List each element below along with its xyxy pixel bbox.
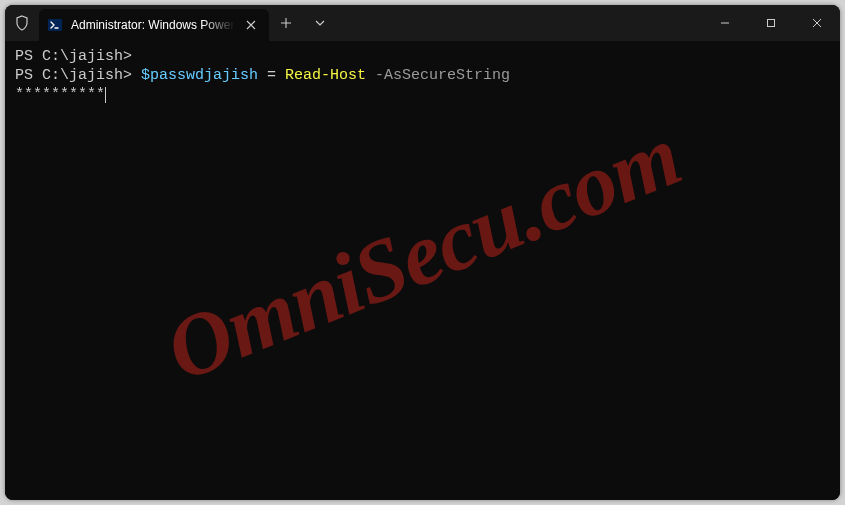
svg-rect-0 [48, 19, 62, 31]
tab-close-button[interactable] [243, 17, 259, 33]
ps-parameter: -AsSecureString [366, 67, 510, 84]
ps-variable: $passwdjajish [141, 67, 258, 84]
ps-cmdlet: Read-Host [285, 67, 366, 84]
title-bar: Administrator: Windows PowerShell [5, 5, 840, 41]
minimize-button[interactable] [702, 5, 748, 41]
powershell-icon [47, 17, 63, 33]
tab-dropdown-button[interactable] [303, 18, 337, 28]
terminal-body[interactable]: PS C:\jajish> PS C:\jajish> $passwdjajis… [5, 41, 840, 500]
svg-rect-2 [768, 20, 775, 27]
tab-title: Administrator: Windows PowerShell [71, 18, 235, 32]
prompt-line-1: PS C:\jajish> [15, 48, 132, 65]
close-button[interactable] [794, 5, 840, 41]
ps-equals: = [258, 67, 285, 84]
password-mask: ********** [15, 86, 105, 103]
shield-icon [5, 15, 39, 31]
prompt-line-2: PS C:\jajish> [15, 67, 141, 84]
maximize-button[interactable] [748, 5, 794, 41]
new-tab-button[interactable] [269, 17, 303, 29]
terminal-window: Administrator: Windows PowerShell [5, 5, 840, 500]
window-controls [702, 5, 840, 41]
title-bar-left: Administrator: Windows PowerShell [5, 5, 702, 41]
cursor [105, 87, 106, 103]
tab-active[interactable]: Administrator: Windows PowerShell [39, 9, 269, 41]
